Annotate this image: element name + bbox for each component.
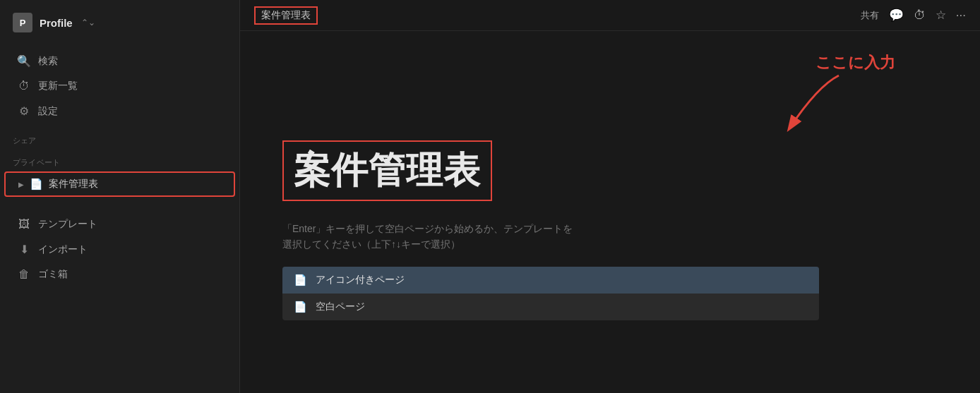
sidebar-settings-label: 設定 <box>38 105 58 118</box>
search-icon: 🔍 <box>17 54 31 68</box>
sidebar-item-search[interactable]: 🔍 検索 <box>4 49 235 73</box>
sidebar-item-settings[interactable]: ⚙ 設定 <box>4 99 235 123</box>
sidebar-search-label: 検索 <box>38 55 58 68</box>
main-content: 案件管理表 共有 💬 ⏱ ☆ ··· ここに入力 <box>240 0 980 393</box>
sidebar-bottom: 🖼 テンプレート ⬇ インポート 🗑 ゴミ箱 <box>0 209 239 290</box>
topbar-left: 案件管理表 <box>254 6 318 25</box>
private-section-label: プライベート <box>0 149 239 171</box>
sidebar-item-templates[interactable]: 🖼 テンプレート <box>4 212 235 236</box>
share-button[interactable]: 共有 <box>861 9 879 22</box>
page-chevron-icon: ▶ <box>18 181 24 188</box>
history-icon[interactable]: ⏱ <box>914 8 926 23</box>
share-section-label: シェア <box>0 127 239 149</box>
template-icon-page-label: アイコン付きページ <box>316 274 405 286</box>
topbar-right: 共有 💬 ⏱ ☆ ··· <box>861 8 966 23</box>
sidebar-page-label: 案件管理表 <box>49 178 98 191</box>
profile-header[interactable]: P Profile ⌃⌄ <box>0 0 239 45</box>
sidebar-import-label: インポート <box>38 243 88 256</box>
sidebar-item-trash[interactable]: 🗑 ゴミ箱 <box>4 262 235 286</box>
page-title-block[interactable]: 案件管理表 <box>282 140 492 201</box>
clock-icon: ⏱ <box>17 80 31 92</box>
sidebar: P Profile ⌃⌄ 🔍 検索 ⏱ 更新一覧 ⚙ 設定 シェア プライベート… <box>0 0 240 393</box>
profile-chevron-icon: ⌃⌄ <box>81 18 95 28</box>
more-icon[interactable]: ··· <box>956 8 966 23</box>
sidebar-updates-label: 更新一覧 <box>38 80 78 92</box>
profile-title: Profile <box>40 17 73 29</box>
page-content: ここに入力 案件管理表 「Enter」キーを押して空白ページから <box>240 31 980 393</box>
trash-icon: 🗑 <box>17 268 31 281</box>
template-list: 📄 アイコン付きページ 📄 空白ページ <box>282 267 819 320</box>
sidebar-item-updates[interactable]: ⏱ 更新一覧 <box>4 74 235 98</box>
sidebar-templates-label: テンプレート <box>38 218 97 231</box>
sidebar-item-page[interactable]: ▶ 📄 案件管理表 <box>4 171 235 197</box>
sidebar-nav: 🔍 検索 ⏱ 更新一覧 ⚙ 設定 <box>0 45 239 127</box>
comment-icon[interactable]: 💬 <box>889 8 904 23</box>
page-doc-icon: 📄 <box>30 178 43 191</box>
sidebar-trash-label: ゴミ箱 <box>38 268 68 281</box>
template-blank-page-icon: 📄 <box>294 301 307 313</box>
template-icon-page-icon: 📄 <box>294 274 307 286</box>
topbar-title: 案件管理表 <box>254 6 318 25</box>
template-item-blank-page[interactable]: 📄 空白ページ <box>282 294 819 320</box>
annotation-label: ここに入力 <box>815 52 895 73</box>
page-hint: 「Enter」キーを押して空白ページから始めるか、テンプレートを 選択してくださ… <box>282 221 777 253</box>
template-blank-page-label: 空白ページ <box>316 301 365 313</box>
sidebar-item-import[interactable]: ⬇ インポート <box>4 237 235 262</box>
page-title: 案件管理表 <box>294 150 481 191</box>
templates-icon: 🖼 <box>17 218 31 231</box>
topbar: 案件管理表 共有 💬 ⏱ ☆ ··· <box>240 0 980 31</box>
favorite-icon[interactable]: ☆ <box>936 8 946 23</box>
template-item-icon-page[interactable]: 📄 アイコン付きページ <box>282 267 819 294</box>
gear-icon: ⚙ <box>17 104 31 118</box>
import-icon: ⬇ <box>17 243 31 256</box>
profile-icon: P <box>13 13 32 32</box>
